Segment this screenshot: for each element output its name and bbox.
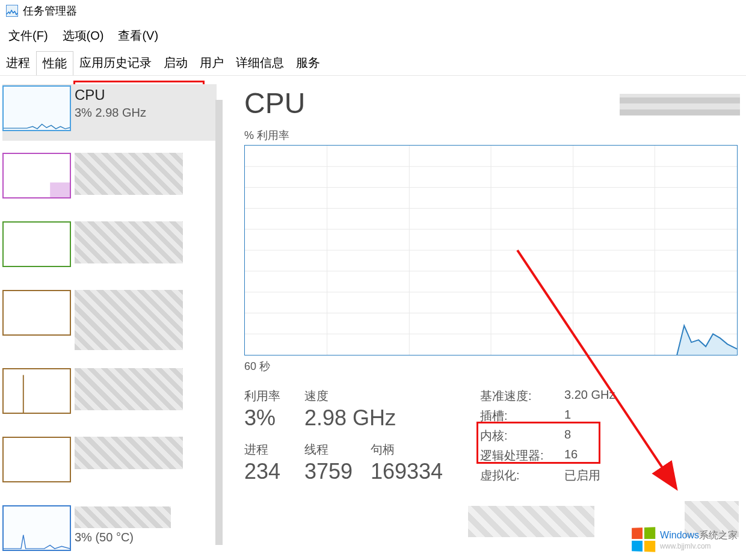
- sidebar-disk2-pixelated: [75, 368, 183, 410]
- spec-virtualization-label: 虚拟化:: [480, 467, 564, 484]
- menu-file[interactable]: 文件(F): [8, 28, 48, 44]
- disk0-thumb-chart: [2, 221, 71, 267]
- menu-bar: 文件(F) 选项(O) 查看(V): [0, 22, 746, 51]
- bottom-pixelated-1: [468, 506, 594, 537]
- disk1-thumb-chart: [2, 290, 71, 336]
- gpu-thumb-chart: [2, 505, 71, 551]
- cpu-usage-chart: [244, 145, 738, 355]
- watermark: Windows系统之家 www.bjjmlv.com: [631, 528, 738, 552]
- stat-processes-label: 进程: [244, 442, 304, 458]
- app-title: 任务管理器: [23, 4, 77, 18]
- sidebar-cpu-sub: 3% 2.98 GHz: [75, 106, 146, 120]
- windows-logo-icon: [632, 527, 655, 552]
- sidebar-item-ethernet[interactable]: [2, 437, 217, 493]
- main-panel: CPU % 利用率: [223, 76, 746, 560]
- cpu-thumb-chart: [2, 85, 71, 131]
- sidebar-disk1-pixelated: [75, 290, 183, 350]
- menu-view[interactable]: 查看(V): [118, 28, 158, 44]
- main-title: CPU: [244, 87, 305, 120]
- tab-processes[interactable]: 进程: [0, 51, 36, 75]
- memory-thumb-chart: [2, 153, 71, 198]
- cpu-model-pixelated: [620, 94, 740, 115]
- stat-handles-label: 句柄: [371, 442, 461, 458]
- sidebar-item-disk2[interactable]: [2, 368, 217, 425]
- watermark-url: www.bjjmlv.com: [660, 542, 738, 550]
- spec-base-speed-label: 基准速度:: [480, 388, 564, 404]
- sidebar-memory-pixelated: [75, 153, 183, 195]
- stat-handles-value: 169334: [371, 459, 461, 484]
- sidebar-gpu-pixelated: [75, 506, 171, 528]
- stat-speed-label: 速度: [304, 388, 401, 404]
- chart-y-label: % 利用率: [244, 128, 289, 143]
- chart-x-label: 60 秒: [244, 359, 740, 374]
- sidebar: CPU 3% 2.98 GHz: [0, 76, 223, 560]
- sidebar-disk0-pixelated: [75, 221, 183, 263]
- stat-utilization-value: 3%: [244, 405, 304, 431]
- spec-logical-label: 逻辑处理器:: [480, 448, 564, 464]
- menu-options[interactable]: 选项(O): [63, 28, 104, 44]
- sidebar-item-disk0[interactable]: [2, 221, 217, 278]
- sidebar-cpu-title: CPU: [75, 87, 146, 103]
- sidebar-item-disk1[interactable]: [2, 290, 217, 356]
- spec-cores-value: 8: [564, 428, 637, 444]
- title-bar: 任务管理器: [0, 0, 746, 22]
- stat-threads-label: 线程: [304, 442, 371, 458]
- spec-sockets-label: 插槽:: [480, 408, 564, 424]
- watermark-brand-gray: 系统之家: [699, 530, 738, 540]
- spec-sockets-value: 1: [564, 408, 637, 424]
- sidebar-item-memory[interactable]: [2, 153, 217, 209]
- tab-startup[interactable]: 启动: [158, 51, 194, 75]
- watermark-brand-blue: Windows: [660, 530, 699, 540]
- sidebar-ethernet-pixelated: [75, 437, 183, 469]
- ethernet-thumb-chart: [2, 437, 71, 482]
- tab-details[interactable]: 详细信息: [230, 51, 290, 75]
- stat-speed-value: 2.98 GHz: [304, 405, 401, 431]
- app-icon: [6, 5, 18, 17]
- cpu-spec-list: 基准速度: 3.20 GHz 插槽: 1 内核: 8 逻辑处理器: 16 虚拟化…: [480, 388, 637, 484]
- tab-strip: 进程 性能 应用历史记录 启动 用户 详细信息 服务: [0, 51, 746, 76]
- spec-logical-value: 16: [564, 448, 637, 464]
- sidebar-scrollbar[interactable]: [215, 100, 223, 545]
- svg-rect-0: [50, 182, 70, 197]
- spec-base-speed-value: 3.20 GHz: [564, 388, 637, 404]
- tab-services[interactable]: 服务: [290, 51, 326, 75]
- sidebar-gpu-sub: 3% (50 °C): [75, 531, 171, 544]
- sidebar-item-gpu[interactable]: 3% (50 °C): [2, 505, 217, 560]
- tab-users[interactable]: 用户: [194, 51, 230, 75]
- stat-threads-value: 3759: [304, 459, 371, 484]
- tab-performance[interactable]: 性能: [36, 51, 73, 75]
- spec-cores-label: 内核:: [480, 428, 564, 444]
- sidebar-item-cpu[interactable]: CPU 3% 2.98 GHz: [2, 84, 217, 141]
- stat-processes-value: 234: [244, 459, 304, 484]
- spec-virtualization-value: 已启用: [564, 467, 637, 484]
- tab-app-history[interactable]: 应用历史记录: [73, 51, 158, 75]
- disk2-thumb-chart: [2, 368, 71, 414]
- stat-utilization-label: 利用率: [244, 388, 304, 404]
